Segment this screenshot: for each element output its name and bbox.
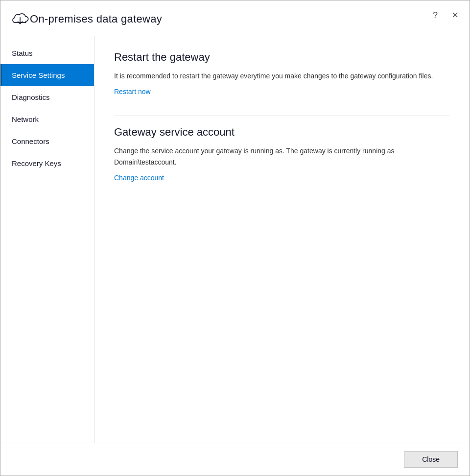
- account-description: Change the service account your gateway …: [114, 145, 447, 167]
- restart-now-link[interactable]: Restart now: [114, 88, 151, 95]
- restart-title: Restart the gateway: [114, 51, 450, 64]
- help-button[interactable]: ?: [428, 8, 442, 22]
- app-icon: [10, 8, 30, 30]
- sidebar-item-recovery-keys[interactable]: Recovery Keys: [0, 152, 94, 174]
- footer: Close: [0, 443, 470, 476]
- sidebar-label-diagnostics: Diagnostics: [12, 93, 50, 101]
- sidebar-item-service-settings[interactable]: Service Settings: [0, 64, 94, 86]
- title-bar: On-premises data gateway ? ✕: [0, 0, 470, 36]
- restart-description: It is recommended to restart the gateway…: [114, 71, 447, 81]
- sidebar-label-recovery-keys: Recovery Keys: [12, 159, 61, 167]
- sidebar-label-status: Status: [12, 49, 33, 57]
- sidebar-item-status[interactable]: Status: [0, 42, 94, 64]
- sidebar-label-service-settings: Service Settings: [12, 71, 65, 79]
- window-controls: ? ✕: [428, 8, 462, 22]
- account-title: Gateway service account: [114, 126, 450, 139]
- content-area: Status Service Settings Diagnostics Netw…: [0, 36, 470, 443]
- app-window: On-premises data gateway ? ✕ Status Serv…: [0, 0, 470, 476]
- change-account-link[interactable]: Change account: [114, 174, 164, 182]
- app-title: On-premises data gateway: [30, 13, 162, 25]
- close-button[interactable]: Close: [404, 451, 458, 468]
- window-close-button[interactable]: ✕: [448, 8, 462, 22]
- sidebar-item-network[interactable]: Network: [0, 108, 94, 130]
- main-content: Restart the gateway It is recommended to…: [94, 36, 470, 443]
- sidebar-label-network: Network: [12, 115, 39, 123]
- sidebar-item-connectors[interactable]: Connectors: [0, 130, 94, 152]
- sidebar-label-connectors: Connectors: [12, 137, 49, 145]
- sidebar: Status Service Settings Diagnostics Netw…: [0, 36, 94, 443]
- sidebar-item-diagnostics[interactable]: Diagnostics: [0, 86, 94, 108]
- restart-section: Restart the gateway It is recommended to…: [114, 51, 450, 96]
- section-divider: [114, 116, 450, 116]
- account-section: Gateway service account Change the servi…: [114, 126, 450, 182]
